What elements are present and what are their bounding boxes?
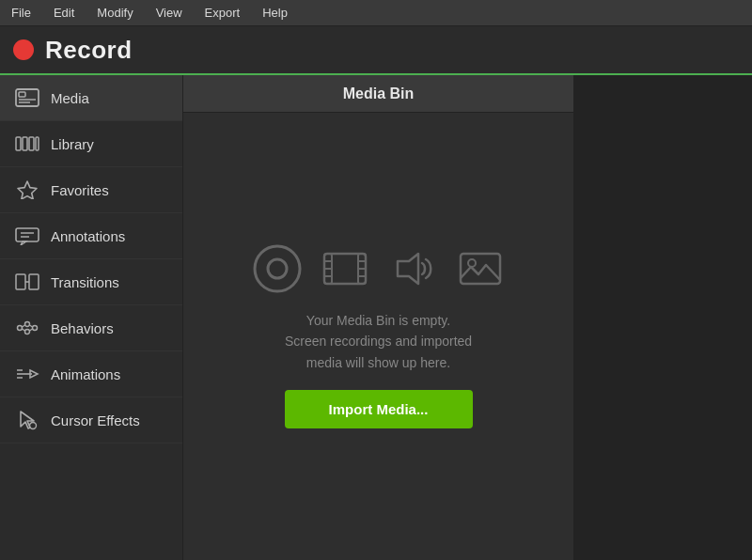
sidebar-item-transitions[interactable]: Transitions (0, 259, 182, 305)
sidebar-label-behaviors: Behaviors (51, 320, 114, 336)
cursor-effects-icon (15, 411, 39, 429)
svg-marker-8 (18, 181, 37, 199)
menu-file[interactable]: File (8, 4, 35, 22)
annotations-icon (15, 226, 39, 245)
svg-line-21 (23, 329, 25, 331)
main-layout: Media Library Favorites (0, 75, 752, 560)
svg-point-17 (25, 322, 30, 327)
sidebar-label-media: Media (51, 90, 89, 106)
sidebar-label-transitions: Transitions (51, 274, 119, 290)
sidebar-label-annotations: Annotations (51, 228, 125, 244)
right-panel (573, 75, 752, 560)
sidebar-item-media[interactable]: Media (0, 75, 182, 121)
svg-point-43 (468, 259, 476, 267)
svg-line-20 (23, 325, 25, 327)
menu-help[interactable]: Help (258, 4, 291, 22)
favorites-icon (15, 180, 39, 199)
svg-marker-28 (21, 412, 34, 428)
svg-rect-13 (16, 274, 25, 289)
svg-rect-1 (19, 92, 25, 97)
menu-view[interactable]: View (152, 4, 186, 22)
image-icon (456, 244, 505, 293)
behaviors-icon (15, 319, 39, 337)
sidebar-label-cursor-effects: Cursor Effects (51, 412, 140, 428)
menu-bar: File Edit Modify View Export Help (0, 0, 752, 26)
sidebar-item-favorites[interactable]: Favorites (0, 167, 182, 213)
svg-rect-4 (16, 137, 21, 150)
content-area: Media Bin (183, 75, 573, 560)
svg-point-31 (268, 259, 287, 278)
transitions-icon (15, 272, 39, 291)
record-circle-icon (253, 244, 302, 293)
record-dot-icon (13, 39, 34, 60)
media-bin-title: Media Bin (343, 86, 415, 102)
record-bar: Record (0, 26, 752, 75)
svg-point-18 (25, 330, 30, 334)
media-icon (15, 88, 39, 107)
menu-edit[interactable]: Edit (50, 4, 78, 22)
svg-rect-9 (16, 228, 39, 241)
sidebar-item-library[interactable]: Library (0, 121, 182, 167)
menu-modify[interactable]: Modify (93, 4, 136, 22)
media-icons-row (253, 244, 505, 293)
svg-line-23 (30, 329, 33, 331)
audio-icon (388, 244, 437, 293)
import-media-button[interactable]: Import Media... (285, 390, 473, 428)
media-bin-body: Your Media Bin is empty. Screen recordin… (183, 113, 573, 560)
sidebar-label-animations: Animations (51, 366, 120, 382)
svg-marker-41 (398, 254, 418, 284)
content-header: Media Bin (183, 75, 573, 113)
sidebar-item-animations[interactable]: Animations (0, 351, 182, 397)
svg-point-30 (255, 246, 300, 291)
filmstrip-icon (321, 244, 369, 293)
svg-rect-6 (29, 137, 34, 150)
record-title: Record (45, 36, 133, 65)
svg-rect-5 (23, 137, 27, 150)
animations-icon (15, 365, 39, 383)
menu-export[interactable]: Export (201, 4, 244, 22)
sidebar-item-behaviors[interactable]: Behaviors (0, 305, 182, 351)
svg-rect-7 (36, 137, 39, 150)
sidebar-item-annotations[interactable]: Annotations (0, 213, 182, 259)
svg-rect-42 (461, 254, 500, 284)
sidebar-label-favorites: Favorites (51, 182, 109, 198)
sidebar-label-library: Library (51, 136, 94, 152)
svg-point-19 (33, 326, 38, 331)
library-icon (15, 134, 39, 153)
svg-point-29 (30, 423, 37, 429)
empty-text: Your Media Bin is empty. Screen recordin… (285, 310, 472, 373)
svg-point-16 (18, 326, 23, 331)
svg-rect-14 (29, 274, 39, 289)
sidebar: Media Library Favorites (0, 75, 183, 560)
svg-line-22 (30, 325, 33, 327)
sidebar-item-cursor-effects[interactable]: Cursor Effects (0, 397, 182, 443)
